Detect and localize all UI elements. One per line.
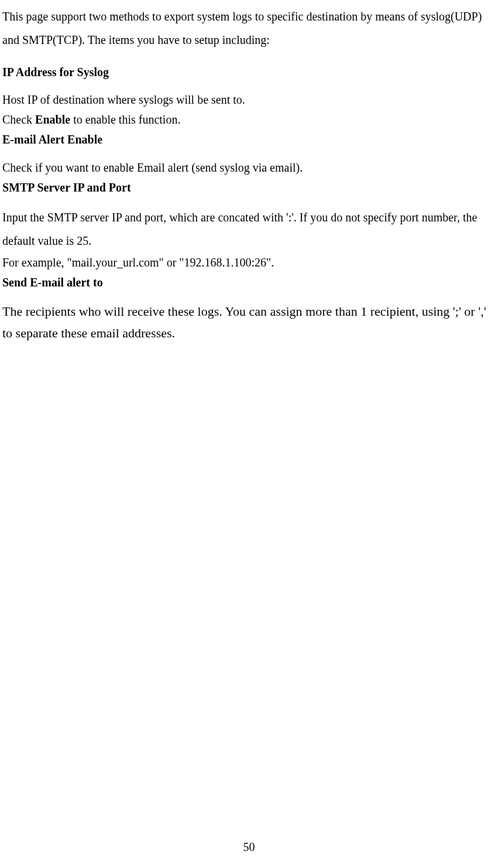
document-content: This page support two methods to export … (0, 0, 498, 344)
ip-syslog-description-2: Check Enable to enable this function. (2, 110, 498, 129)
heading-ip-address-syslog: IP Address for Syslog (2, 66, 498, 79)
smtp-description-1: Input the SMTP server IP and port, which… (2, 206, 498, 252)
email-alert-description: Check if you want to enable Email alert … (2, 158, 498, 177)
page-number: 50 (0, 840, 498, 854)
ip-syslog-description-1: Host IP of destination where syslogs wil… (2, 90, 498, 110)
heading-smtp-server: SMTP Server IP and Port (2, 177, 498, 197)
text-check: Check (2, 113, 35, 126)
text-enable-bold: Enable (35, 113, 70, 126)
heading-send-email-alert: Send E-mail alert to (2, 272, 498, 292)
intro-paragraph: This page support two methods to export … (2, 5, 498, 52)
send-email-description: The recipients who will receive these lo… (2, 300, 498, 344)
smtp-description-2: For example, "mail.your_url.com" or "192… (2, 252, 498, 272)
heading-email-alert: E-mail Alert Enable (2, 129, 498, 149)
text-enable-suffix: to enable this function. (70, 113, 180, 126)
